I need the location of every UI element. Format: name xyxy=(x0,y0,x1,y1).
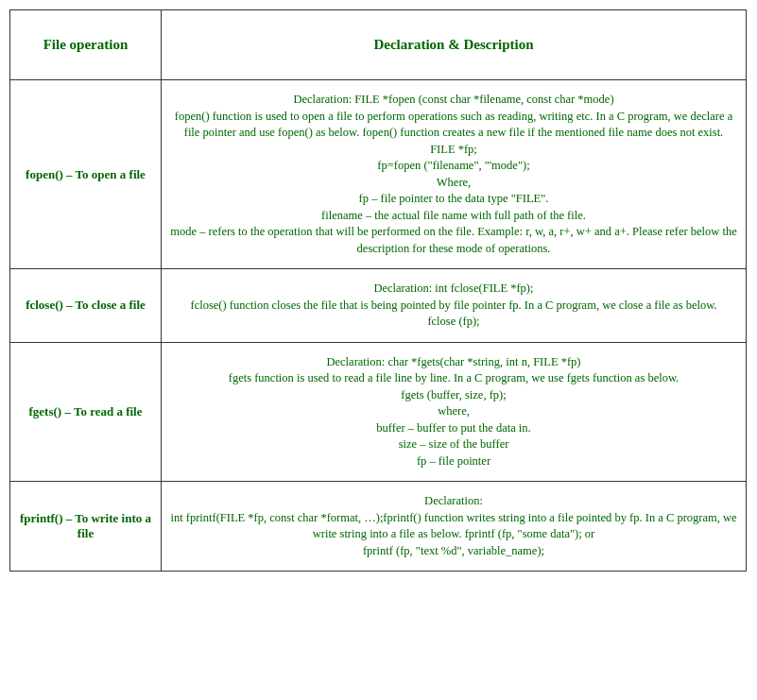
cell-description: Declaration: int fclose(FILE *fp);fclose… xyxy=(162,269,747,343)
description-line: fp – file pointer xyxy=(417,454,490,468)
cell-operation: fprintf() – To write into a file xyxy=(10,482,162,572)
header-declaration-description: Declaration & Description xyxy=(162,10,747,80)
description-line: FILE *fp; xyxy=(430,143,477,156)
description-line: fclose() function closes the file that i… xyxy=(190,299,716,312)
table-row: fopen() – To open a fileDeclaration: FIL… xyxy=(10,80,747,269)
description-line: fp – file pointer to the data type "FILE… xyxy=(359,192,549,205)
description-line: where, xyxy=(438,404,470,418)
description-line: mode – refers to the operation that will… xyxy=(170,225,737,255)
cell-operation: fclose() – To close a file xyxy=(10,269,162,343)
description-line: fgets (buffer, size, fp); xyxy=(401,388,506,401)
description-line: fprintf (fp, "text %d", variable_name); xyxy=(363,544,544,557)
cell-description: Declaration:int fprintf(FILE *fp, const … xyxy=(162,482,747,572)
description-line: Declaration: int fclose(FILE *fp); xyxy=(373,282,533,295)
table-row: fprintf() – To write into a fileDeclarat… xyxy=(10,482,747,572)
description-line: fgets function is used to read a file li… xyxy=(229,371,680,384)
description-line: Declaration: xyxy=(424,494,483,507)
table-header-row: File operation Declaration & Description xyxy=(10,10,747,80)
table-row: fgets() – To read a fileDeclaration: cha… xyxy=(10,342,747,482)
description-line: Where, xyxy=(437,176,471,189)
cell-description: Declaration: char *fgets(char *string, i… xyxy=(162,342,747,482)
description-line: Declaration: FILE *fopen (const char *fi… xyxy=(293,93,613,106)
description-line: filename – the actual file name with ful… xyxy=(321,209,586,222)
file-operations-table: File operation Declaration & Description… xyxy=(9,9,747,572)
description-line: Declaration: char *fgets(char *string, i… xyxy=(326,355,580,368)
description-line: size – size of the buffer xyxy=(399,437,509,451)
cell-description: Declaration: FILE *fopen (const char *fi… xyxy=(162,80,747,269)
description-line: buffer – buffer to put the data in. xyxy=(376,421,530,435)
description-line: fp=fopen ("filename", "'mode"); xyxy=(377,159,529,172)
table-row: fclose() – To close a fileDeclaration: i… xyxy=(10,269,747,343)
cell-operation: fgets() – To read a file xyxy=(10,342,162,482)
description-line: int fprintf(FILE *fp, const char *format… xyxy=(170,511,736,541)
header-file-operation: File operation xyxy=(10,10,162,80)
table-body: fopen() – To open a fileDeclaration: FIL… xyxy=(10,80,747,572)
description-line: fclose (fp); xyxy=(427,315,479,328)
cell-operation: fopen() – To open a file xyxy=(10,80,162,269)
description-line: fopen() function is used to open a file … xyxy=(175,110,732,140)
